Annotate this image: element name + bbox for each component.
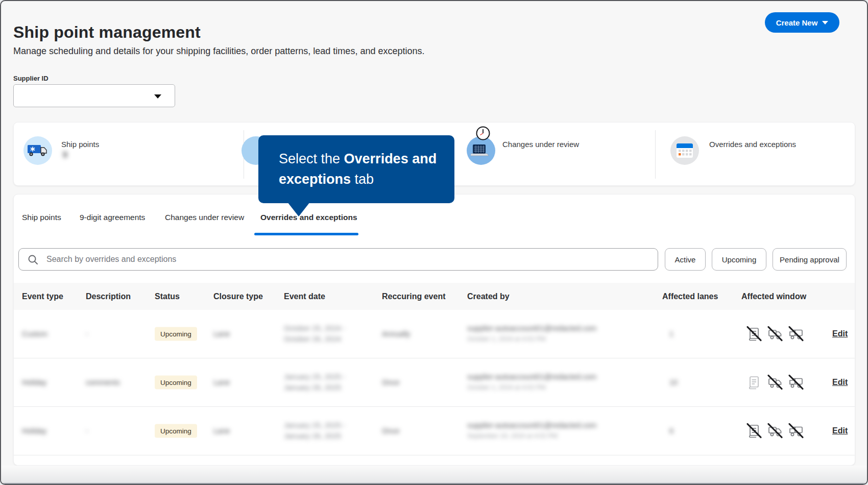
create-new-label: Create New	[776, 18, 818, 27]
description-cell: -	[86, 427, 88, 435]
ship-points-truck-icon	[23, 136, 52, 165]
event-date-cell: January 25, 2025 - January 26, 2025	[284, 420, 346, 442]
recurring-event-cell: Once	[382, 427, 400, 435]
filter-active-button[interactable]: Active	[665, 248, 706, 271]
column-header-event-type: Event type	[22, 292, 63, 301]
column-header-closure-type: Closure type	[213, 292, 263, 301]
edit-link[interactable]: Edit	[832, 378, 848, 387]
status-badge: Upcoming	[155, 376, 197, 390]
app-window: Ship point management Manage scheduling …	[0, 0, 868, 485]
bottom-scroll-bar	[1, 483, 868, 485]
event-type-cell: Holiday	[22, 427, 46, 435]
tab-ship-points[interactable]: Ship points	[22, 213, 61, 222]
overrides-panel: Ship points 9-digit agreements Changes u…	[13, 194, 855, 466]
load-van-icon	[767, 423, 783, 439]
closure-type-cell: Lane	[213, 330, 230, 338]
changes-under-review-laptop-icon	[467, 136, 495, 165]
column-header-recurring-event: Reccuring event	[382, 292, 445, 301]
order-document-icon	[746, 374, 762, 391]
event-type-cell: Holiday	[22, 378, 46, 386]
overrides-card-label: Overrides and exceptions	[709, 140, 796, 149]
chevron-down-icon	[154, 94, 161, 99]
active-tab-underline	[254, 233, 358, 235]
description-cell: comments	[86, 378, 120, 386]
event-date-cell: October 25, 2024 - October 26, 2024	[284, 323, 346, 345]
card-divider	[655, 130, 656, 179]
chevron-down-icon	[822, 21, 828, 25]
created-by-cell: supplier-autoaccount01@redacted.com Sept…	[467, 420, 596, 442]
affected-window-icons	[746, 423, 804, 439]
page-subtitle: Manage scheduling and details for your s…	[13, 46, 424, 57]
tooltip-text-suffix: tab	[351, 172, 374, 187]
affected-lanes-cell: 6	[669, 427, 673, 435]
created-by-cell: supplier-autoaccount01@redacted.com Octo…	[467, 323, 596, 345]
search-icon	[28, 254, 39, 265]
search-input[interactable]	[45, 249, 648, 270]
coachmark-tooltip: Select the Overrides and exceptions tab	[258, 135, 454, 203]
tooltip-arrow	[287, 202, 310, 216]
load-van-icon	[767, 326, 783, 342]
create-new-button[interactable]: Create New	[765, 12, 839, 33]
affected-lanes-cell: 1	[669, 330, 673, 338]
table-header-row: Event type Description Status Closure ty…	[14, 283, 855, 310]
tooltip-text-prefix: Select the	[279, 151, 344, 166]
tab-changes-under-review[interactable]: Changes under review	[165, 213, 244, 222]
changes-under-review-card-label: Changes under review	[502, 140, 579, 149]
event-type-cell: Custom	[22, 330, 47, 338]
affected-window-icons	[746, 374, 804, 391]
affected-window-icons	[746, 326, 804, 342]
column-header-status: Status	[155, 292, 180, 301]
recurring-event-cell: Once	[382, 378, 400, 386]
column-header-created-by: Created by	[467, 292, 510, 301]
bottom-fade	[1, 466, 868, 483]
column-header-event-date: Event date	[284, 292, 325, 301]
table-row: Holiday - Upcoming Lane January 25, 2025…	[14, 407, 855, 455]
column-header-description: Description	[86, 292, 131, 301]
event-date-cell: January 25, 2025 - January 26, 2025	[284, 372, 346, 393]
page-title: Ship point management	[13, 23, 201, 42]
filter-pending-approval-button[interactable]: Pending approval	[773, 248, 847, 271]
closure-type-cell: Lane	[213, 427, 230, 435]
closure-type-cell: Lane	[213, 378, 230, 386]
delivery-truck-icon	[788, 326, 804, 342]
load-van-icon	[767, 374, 783, 391]
ship-points-card-label: Ship points	[61, 140, 99, 149]
affected-lanes-cell: 10	[669, 378, 678, 386]
edit-link[interactable]: Edit	[832, 329, 848, 338]
created-by-cell: supplier-autoaccount01@redacted.com Octo…	[467, 372, 596, 393]
delivery-truck-icon	[788, 423, 804, 439]
column-header-affected-window: Affected window	[741, 292, 806, 301]
table-row: Custom - Upcoming Lane October 25, 2024 …	[14, 310, 855, 358]
order-document-icon	[746, 326, 762, 342]
column-header-affected-lanes: Affected lanes	[662, 292, 718, 301]
supplier-id-select[interactable]	[13, 84, 175, 107]
filter-upcoming-button[interactable]: Upcoming	[712, 248, 766, 271]
delivery-truck-icon	[788, 374, 804, 391]
description-cell: -	[86, 330, 88, 338]
status-badge: Upcoming	[155, 327, 197, 341]
edit-link[interactable]: Edit	[832, 426, 848, 435]
status-badge: Upcoming	[155, 424, 197, 438]
overrides-calendar-icon	[670, 136, 699, 165]
supplier-id-label: Supplier ID	[13, 75, 49, 82]
tab-9-digit-agreements[interactable]: 9-digit agreements	[80, 213, 145, 222]
order-document-icon	[746, 423, 762, 439]
search-container	[18, 248, 658, 271]
table-body: Custom - Upcoming Lane October 25, 2024 …	[14, 310, 855, 455]
ship-points-count: 9	[63, 151, 67, 160]
recurring-event-cell: Annually	[382, 330, 411, 338]
table-row: Holiday comments Upcoming Lane January 2…	[14, 358, 855, 407]
